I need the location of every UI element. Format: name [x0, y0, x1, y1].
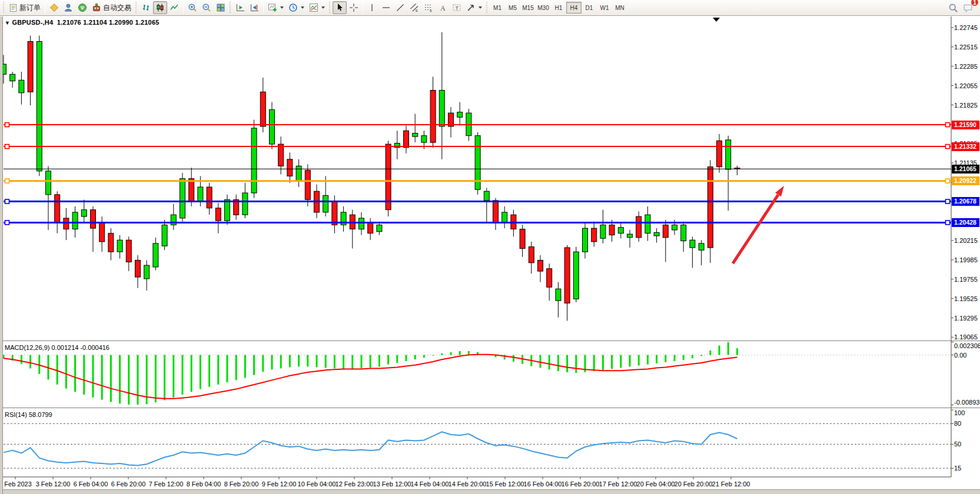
- horizontal-line-button[interactable]: [379, 1, 393, 14]
- mql5-button[interactable]: [47, 1, 61, 14]
- timeframe-h1[interactable]: H1: [551, 2, 566, 14]
- zoom-out-button[interactable]: [200, 1, 214, 14]
- trend-arrow[interactable]: [733, 195, 778, 263]
- text-label-button[interactable]: T: [450, 1, 464, 14]
- macd-bar: [191, 355, 192, 392]
- chart-shift-button[interactable]: [247, 1, 261, 14]
- new-order-button[interactable]: 新订单: [6, 1, 43, 14]
- candlestick-chart-button[interactable]: [153, 1, 167, 14]
- bar-chart-button[interactable]: [139, 1, 153, 14]
- candle-body: [726, 140, 731, 169]
- symbol-period-label: GBPUSD-,H4: [12, 19, 53, 26]
- auto-trading-label: 自动交易: [103, 3, 131, 13]
- line-handle[interactable]: [946, 221, 950, 225]
- candle-body: [484, 191, 489, 201]
- macd-bar: [262, 355, 264, 372]
- timeframe-d1[interactable]: D1: [582, 2, 597, 14]
- macd-bar: [683, 355, 685, 361]
- candle-body: [413, 133, 418, 137]
- timeframe-mn[interactable]: MN: [612, 2, 627, 14]
- toolbar: 新订单 自动交易 E F A T: [0, 0, 980, 16]
- auto-trading-button[interactable]: 自动交易: [89, 1, 134, 14]
- toolbar-grip[interactable]: [2, 2, 5, 14]
- signals-icon: [78, 3, 87, 12]
- line-handle[interactable]: [5, 199, 9, 203]
- timeframe-m1[interactable]: M1: [490, 2, 505, 14]
- window-bottom-border: [0, 489, 980, 494]
- macd-bar: [593, 355, 595, 372]
- candle-body: [386, 144, 391, 210]
- candle-body: [153, 243, 158, 267]
- line-handle[interactable]: [946, 123, 950, 127]
- candle-body: [64, 218, 69, 229]
- candle-body: [198, 187, 203, 201]
- chart-shift-marker[interactable]: [713, 18, 720, 22]
- line-chart-button[interactable]: [167, 1, 181, 14]
- signals-button[interactable]: [75, 1, 89, 14]
- candle-body: [91, 210, 96, 229]
- notifications-button[interactable]: 1: [961, 1, 975, 14]
- price-chart-canvas[interactable]: [0, 16, 980, 494]
- svg-text:E: E: [416, 9, 418, 12]
- search-button[interactable]: [946, 1, 961, 14]
- toolbar-grip[interactable]: [328, 2, 331, 14]
- equidistant-channel-button[interactable]: E: [407, 1, 421, 14]
- add-indicator-button[interactable]: [265, 1, 286, 14]
- macd-bar: [423, 355, 425, 358]
- templates-button[interactable]: [307, 1, 327, 14]
- cursor-button[interactable]: [333, 1, 347, 14]
- timeframe-m30[interactable]: M30: [536, 2, 551, 14]
- line-handle[interactable]: [5, 145, 9, 149]
- auto-scroll-icon: [235, 3, 245, 12]
- periods-button[interactable]: [286, 1, 307, 14]
- line-handle[interactable]: [946, 179, 950, 183]
- macd-bar: [325, 355, 327, 368]
- timeframe-h4[interactable]: H4: [566, 2, 582, 14]
- candle-body: [99, 223, 105, 242]
- trendline-icon: [396, 3, 405, 12]
- timeframe-bar: M1M5M15M30H1H4D1W1MN: [490, 2, 627, 14]
- auto-scroll-button[interactable]: [233, 1, 247, 14]
- macd-bar: [459, 351, 461, 355]
- line-handle[interactable]: [5, 179, 9, 183]
- macd-bar: [549, 355, 550, 370]
- toolbar-grip[interactable]: [229, 2, 232, 14]
- fibonacci-button[interactable]: F: [421, 1, 436, 14]
- toolbar-grip[interactable]: [486, 2, 489, 14]
- candlestick-chart-icon: [155, 3, 165, 12]
- candle-body: [10, 74, 15, 81]
- timeframe-m15[interactable]: M15: [520, 2, 536, 14]
- crosshair-button[interactable]: [347, 1, 361, 14]
- candle-body: [520, 229, 525, 249]
- zoom-in-button[interactable]: [185, 1, 200, 14]
- candle-body: [278, 144, 284, 166]
- candle-body: [636, 216, 642, 238]
- arrows-button[interactable]: [464, 1, 484, 14]
- vertical-line-button[interactable]: [365, 1, 379, 14]
- timeframe-w1[interactable]: W1: [597, 2, 612, 14]
- macd-bar: [92, 355, 94, 398]
- market-watch-button[interactable]: [61, 1, 75, 14]
- line-handle[interactable]: [946, 145, 950, 149]
- tile-windows-button[interactable]: [214, 1, 228, 14]
- macd-bar: [253, 355, 255, 375]
- macd-bar: [432, 355, 434, 356]
- macd-bar: [406, 355, 407, 361]
- candle-body: [538, 261, 543, 272]
- line-handle[interactable]: [5, 123, 9, 127]
- trendline-button[interactable]: [393, 1, 407, 14]
- toolbar-grip[interactable]: [135, 2, 138, 14]
- text-button[interactable]: A: [436, 1, 450, 14]
- line-handle[interactable]: [5, 221, 9, 225]
- candle-body: [108, 233, 114, 252]
- macd-bar: [101, 355, 103, 400]
- macd-bar: [208, 355, 210, 387]
- macd-bar: [513, 355, 514, 362]
- candle-body: [717, 141, 722, 166]
- macd-bar: [441, 353, 443, 355]
- timeframe-m5[interactable]: M5: [505, 2, 520, 14]
- line-handle[interactable]: [946, 199, 950, 203]
- chevron-down-icon[interactable]: ▼: [5, 20, 10, 26]
- ohlc-values: 1.21076 1.21104 1.20990 1.21065: [57, 19, 160, 26]
- rsi-indicator-label: RSI(14) 58.0799: [5, 411, 52, 418]
